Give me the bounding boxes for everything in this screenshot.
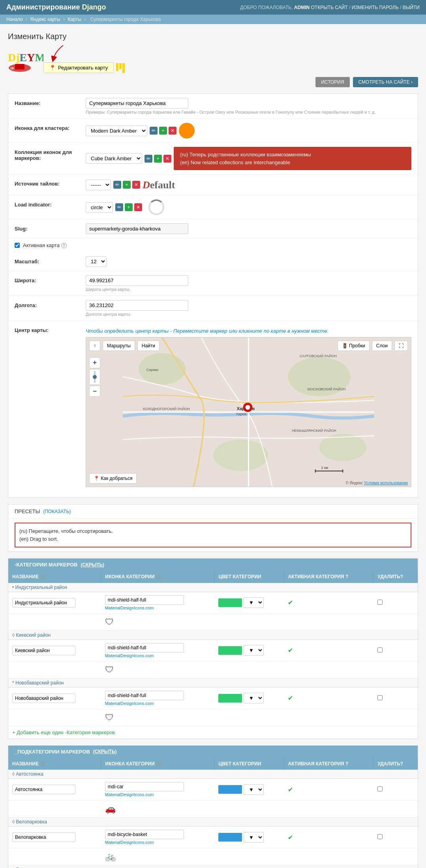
form-row-collection: Коллекция иконок для маркеров: Cube Dark… <box>8 143 418 174</box>
edit-button-label: Редактировать карту <box>58 65 108 71</box>
icon-delete-btn[interactable]: ✕ <box>169 127 176 135</box>
cat-delete-cell-2 <box>373 639 418 661</box>
breadcrumb-maps-list[interactable]: Карты <box>68 17 81 22</box>
delete-check-1[interactable] <box>377 600 383 605</box>
cat-icon-input-3[interactable] <box>105 691 184 700</box>
edit-map-button[interactable]: 📍 Редактировать карту <box>43 62 114 73</box>
cat-icon-link-1[interactable]: MaterialDesignIcons.com <box>105 606 210 610</box>
name-input[interactable] <box>86 98 188 109</box>
sub-icon-link-2[interactable]: MaterialDesignIcons.com <box>105 840 210 845</box>
color-select-2[interactable]: ▼ <box>244 645 264 656</box>
history-button[interactable]: ИСТОРИЯ <box>315 77 349 87</box>
sub-group-label-1: ◊ Автостоянка <box>8 770 418 779</box>
col-name-help[interactable]: ℹ <box>40 574 45 580</box>
sub-icon-cell-1: MaterialDesignIcons.com <box>101 779 214 801</box>
collection-select[interactable]: Cube Dark Amber <box>86 153 142 164</box>
tiles-add-btn[interactable]: + <box>123 181 131 189</box>
lon-input[interactable] <box>86 300 188 311</box>
delete-check-3[interactable] <box>377 695 383 700</box>
active-help-icon[interactable]: ? <box>61 243 67 248</box>
map-container[interactable]: Харьков Харків Сиряки МОСКОВСКИЙ РАЙОН Н… <box>86 337 411 487</box>
tiles-select[interactable]: ------ <box>86 180 111 190</box>
cat-icon-input-2[interactable] <box>105 643 184 652</box>
sub-active-cell-2: ✔ <box>284 827 373 848</box>
table-row: * Новобаварский район <box>8 678 418 687</box>
group-label-3: * Новобаварский район <box>8 678 418 687</box>
color-select-row-3: ▼ <box>218 693 280 703</box>
breadcrumb-home[interactable]: Начало <box>6 17 23 22</box>
table-row: MaterialDesignIcons.com ▼ ✔ <box>8 639 418 661</box>
map-routes-btn[interactable]: Маршруты <box>103 341 135 351</box>
sub-active-check-1: ✔ <box>288 786 293 793</box>
cat-icon-link-2[interactable]: MaterialDesignIcons.com <box>105 653 210 658</box>
sub-group-label-2: ◊ Велопарковка <box>8 817 418 827</box>
sub-col-name-help[interactable]: ℹ <box>40 761 45 767</box>
sub-icon-link-1[interactable]: MaterialDesignIcons.com <box>105 792 210 797</box>
map-fullscreen-btn[interactable]: ⛶ <box>394 341 408 351</box>
map-compass-btn[interactable]: ↑ <box>89 341 100 351</box>
open-site-link[interactable]: ОТКРЫТЬ САЙТ <box>311 5 348 10</box>
lat-help: Широта центра карты. <box>86 287 411 292</box>
sub-col-icon-help[interactable]: ℹ <box>156 761 161 767</box>
load-add-btn[interactable]: + <box>125 203 133 211</box>
presets-show-link[interactable]: (ПОКАЗАТЬ) <box>43 509 71 514</box>
map-layers-btn[interactable]: Слои <box>372 341 392 351</box>
sub-color-row-1: ▼ <box>218 784 280 795</box>
load-select[interactable]: circle <box>86 202 113 213</box>
cat-name-input-2[interactable] <box>12 646 75 655</box>
icon-select[interactable]: Modern Dark Amber <box>86 126 147 136</box>
map-find-btn[interactable]: Найти <box>137 341 160 351</box>
cat-name-input-1[interactable] <box>12 598 75 607</box>
map-directions-btn[interactable]: 📍 Как добраться <box>89 473 137 484</box>
map-zoom-in[interactable]: + <box>89 357 100 368</box>
tiles-edit-btn[interactable]: ✏ <box>113 181 121 189</box>
categories-hide-link[interactable]: (СКРЫТЬ) <box>81 562 104 568</box>
tiles-field: ------ ✏ + ✕ Default <box>86 178 411 191</box>
collection-edit-btn[interactable]: ✏ <box>145 155 152 163</box>
scale-select[interactable]: 12 <box>86 256 107 267</box>
load-delete-btn[interactable]: ✕ <box>134 203 142 211</box>
icon-add-btn[interactable]: + <box>159 127 167 135</box>
logout-link[interactable]: ВЫЙТИ <box>403 5 420 10</box>
sub-icon-input-2[interactable] <box>105 830 184 839</box>
sub-delete-check-2[interactable] <box>377 834 383 839</box>
view-button-label: СМОТРЕТЬ НА САЙТЕ <box>358 79 410 85</box>
col-icon-help[interactable]: ℹ <box>156 574 161 580</box>
sub-icon-input-1[interactable] <box>105 782 184 791</box>
sub-name-input-1[interactable] <box>12 785 75 794</box>
change-password-link[interactable]: ИЗМЕНИТЬ ПАРОЛЬ <box>352 5 399 10</box>
view-on-site-button[interactable]: СМОТРЕТЬ НА САЙТЕ › <box>353 77 418 87</box>
collection-delete-btn[interactable]: ✕ <box>163 155 171 163</box>
cat-name-input-3[interactable] <box>12 694 75 703</box>
sub-color-select-1[interactable]: ▼ <box>244 784 264 795</box>
breadcrumb-maps[interactable]: Яндекс карты <box>30 17 60 22</box>
slug-input[interactable] <box>86 223 188 234</box>
map-terms-link[interactable]: Условия использования <box>364 481 408 485</box>
map-traffic-btn[interactable]: 🚦 Пробки <box>338 341 370 351</box>
sub-delete-check-1[interactable] <box>377 786 383 791</box>
tiles-delete-btn[interactable]: ✕ <box>132 181 140 189</box>
active-checkbox[interactable] <box>15 243 20 248</box>
col-delete: УДАЛИТЬ? <box>373 571 418 583</box>
color-box-2 <box>218 646 242 655</box>
sub-delete-cell-1 <box>373 779 418 801</box>
add-category-link[interactable]: Добавить еще один -Категория маркеров <box>8 726 119 739</box>
icon-edit-btn[interactable]: ✏ <box>150 127 158 135</box>
color-select-1[interactable]: ▼ <box>244 597 264 608</box>
lat-input[interactable] <box>86 275 188 286</box>
subcategories-header-label: _ПОДКАТЕГОРИИ МАРКЕРОВ <box>15 749 90 755</box>
subcategories-hide-link[interactable]: (СКРЫТЬ) <box>93 749 117 754</box>
group-label-2: ◊ Киевский район <box>8 630 418 639</box>
car-icon-1: 🚗 <box>105 804 116 814</box>
cat-icon-link-3[interactable]: MaterialDesignIcons.com <box>105 701 210 706</box>
map-zoom-out[interactable]: − <box>89 386 100 397</box>
load-edit-btn[interactable]: ✏ <box>115 203 123 211</box>
cat-icon-input-1[interactable] <box>105 595 184 605</box>
collection-add-btn[interactable]: + <box>154 155 162 163</box>
sub-col-icon: ИКОНКА КАТЕГОРИИ ℹ <box>101 758 214 770</box>
delete-check-2[interactable] <box>377 647 383 652</box>
name-label: Название: <box>15 98 86 106</box>
color-select-3[interactable]: ▼ <box>244 693 264 703</box>
sub-name-input-2[interactable] <box>12 832 75 842</box>
sub-color-select-2[interactable]: ▼ <box>244 832 264 843</box>
